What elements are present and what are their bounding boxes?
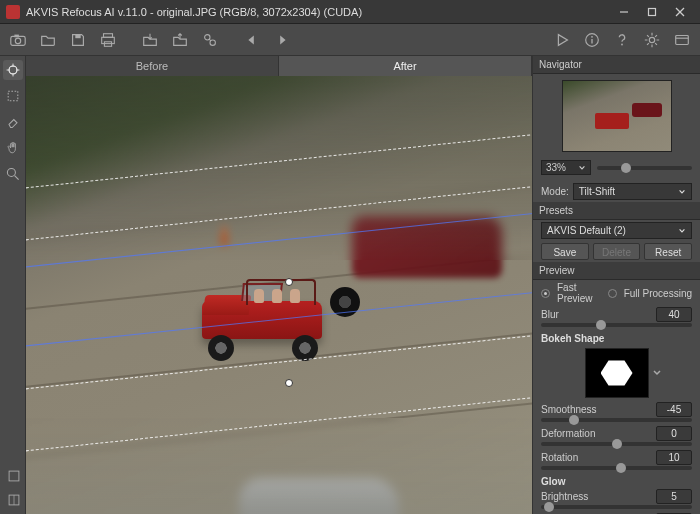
maximize-button[interactable] [638, 2, 666, 22]
redo-arrow-icon[interactable] [270, 28, 294, 52]
settings-icon[interactable] [640, 28, 664, 52]
full-processing-label: Full Processing [624, 288, 692, 299]
tilt-rotate-handle[interactable] [285, 379, 293, 387]
full-processing-radio[interactable] [608, 289, 617, 298]
brightness-value[interactable]: 5 [656, 489, 692, 504]
import-icon[interactable] [168, 28, 192, 52]
mode-dropdown[interactable]: Tilt-Shift [573, 183, 692, 200]
smoothness-value[interactable]: -45 [656, 402, 692, 417]
minimize-button[interactable] [610, 2, 638, 22]
brightness-slider[interactable] [541, 505, 692, 509]
view-mode-2-icon[interactable] [4, 490, 24, 510]
glow-label: Glow [533, 473, 700, 488]
preset-dropdown[interactable]: AKVIS Default (2) [541, 222, 692, 239]
close-button[interactable] [666, 2, 694, 22]
scene-red-jeep [188, 277, 348, 357]
tab-before[interactable]: Before [26, 56, 279, 76]
preview-header: Preview [533, 262, 700, 280]
preset-save-button[interactable]: Save [541, 243, 589, 260]
rotation-slider[interactable] [541, 466, 692, 470]
app-icon [6, 5, 20, 19]
deformation-slider[interactable] [541, 442, 692, 446]
svg-rect-28 [9, 471, 19, 481]
open-file-icon[interactable] [36, 28, 60, 52]
smoothness-label: Smoothness [541, 404, 650, 415]
svg-rect-1 [649, 8, 656, 15]
blur-label: Blur [541, 309, 650, 320]
panel-toggle-icon[interactable] [670, 28, 694, 52]
view-mode-1-icon[interactable] [4, 466, 24, 486]
preset-delete-button: Delete [593, 243, 641, 260]
bokeh-shape-label: Bokeh Shape [533, 330, 700, 345]
blur-value[interactable]: 40 [656, 307, 692, 322]
rotation-label: Rotation [541, 452, 650, 463]
batch-icon[interactable] [198, 28, 222, 52]
svg-point-17 [649, 37, 654, 42]
eraser-tool-icon[interactable] [3, 112, 23, 132]
tab-after[interactable]: After [279, 56, 532, 76]
svg-point-20 [9, 66, 17, 74]
svg-point-16 [621, 43, 623, 45]
smoothness-slider[interactable] [541, 418, 692, 422]
blur-slider[interactable] [541, 323, 692, 327]
svg-point-5 [15, 38, 20, 43]
hand-tool-icon[interactable] [3, 138, 23, 158]
bokeh-shape-preview[interactable] [585, 348, 649, 398]
export-icon[interactable] [138, 28, 162, 52]
navigator-header: Navigator [533, 56, 700, 74]
hexagon-icon [601, 359, 633, 387]
svg-rect-8 [104, 33, 113, 37]
preset-reset-button[interactable]: Reset [644, 243, 692, 260]
svg-rect-18 [676, 35, 689, 44]
mode-label: Mode: [541, 186, 569, 197]
pointer-tool-icon[interactable] [3, 60, 23, 80]
zoom-dropdown[interactable]: 33% [541, 160, 591, 175]
svg-point-26 [7, 168, 15, 176]
rotation-value[interactable]: 10 [656, 450, 692, 465]
print-icon[interactable] [96, 28, 120, 52]
tilt-center-handle[interactable] [285, 278, 293, 286]
undo-arrow-icon[interactable] [240, 28, 264, 52]
fast-preview-radio[interactable] [541, 289, 550, 298]
zoom-value: 33% [546, 162, 566, 173]
focus-area-tool-icon[interactable] [3, 86, 23, 106]
svg-rect-6 [14, 34, 19, 37]
fast-preview-label: Fast Preview [557, 282, 604, 304]
run-icon[interactable] [550, 28, 574, 52]
svg-line-27 [14, 176, 18, 180]
info-icon[interactable] [580, 28, 604, 52]
open-camera-icon[interactable] [6, 28, 30, 52]
svg-rect-25 [8, 91, 18, 101]
svg-point-14 [591, 35, 593, 37]
chevron-down-icon[interactable] [652, 368, 662, 378]
zoom-tool-icon[interactable] [3, 164, 23, 184]
svg-rect-9 [102, 37, 115, 43]
navigator-thumbnail[interactable] [562, 80, 672, 152]
save-file-icon[interactable] [66, 28, 90, 52]
image-canvas[interactable] [26, 76, 532, 514]
svg-rect-7 [75, 34, 80, 38]
brightness-label: Brightness [541, 491, 650, 502]
deformation-label: Deformation [541, 428, 650, 439]
presets-header: Presets [533, 202, 700, 220]
zoom-slider[interactable] [597, 166, 692, 170]
window-title: AKVIS Refocus AI v.11.0 - original.JPG (… [26, 6, 610, 18]
deformation-value[interactable]: 0 [656, 426, 692, 441]
help-icon[interactable] [610, 28, 634, 52]
